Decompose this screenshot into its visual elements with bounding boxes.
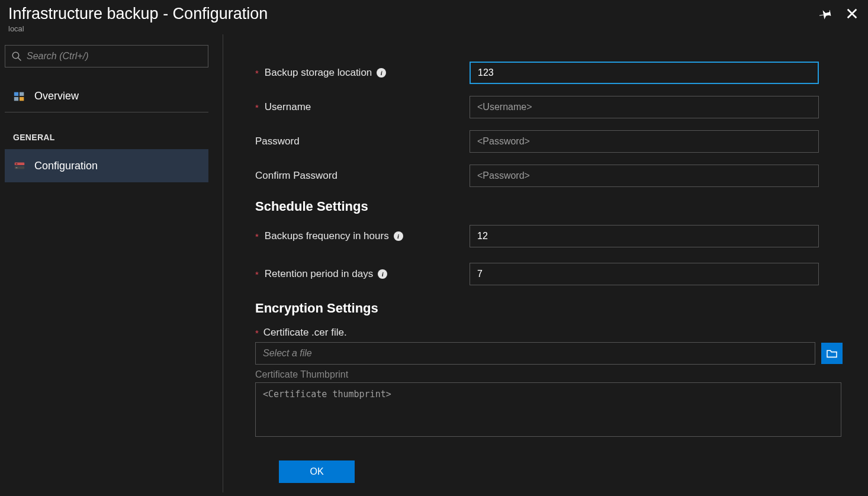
label-password: Password [234,136,470,147]
svg-rect-2 [14,92,18,95]
label-text: Confirm Password [255,170,337,182]
label-text: Username [265,101,311,113]
label-confirm-password: Confirm Password [234,170,470,182]
label-storage-location: * Backup storage location i [234,67,470,79]
input-thumbprint[interactable] [255,382,841,437]
svg-rect-3 [20,92,24,95]
input-storage-location[interactable] [470,62,819,84]
svg-rect-9 [16,168,18,168]
sidebar-section-general: GENERAL [13,133,210,142]
info-icon[interactable]: i [394,231,403,241]
pin-icon [819,7,832,20]
vertical-divider [223,34,223,492]
input-retention[interactable] [470,263,819,285]
row-frequency: * Backups frequency in hours i [234,225,854,247]
ok-button[interactable]: OK [279,460,355,483]
row-confirm-password: Confirm Password [234,165,854,187]
label-text: Backup storage location [265,67,372,79]
search-icon [11,51,22,62]
svg-point-0 [12,52,19,59]
input-password[interactable] [470,130,819,153]
svg-rect-5 [20,96,24,100]
header: Infrastructure backup - Configuration lo… [0,0,868,34]
overview-icon [13,90,26,103]
main-form: * Backup storage location i * Username P… [234,34,868,492]
heading-encryption-settings: Encryption Settings [255,301,854,316]
close-button[interactable] [844,6,860,21]
row-username: * Username [234,96,854,118]
search-input[interactable] [27,51,202,62]
label-certificate: * Certificate .cer file. [255,327,854,339]
close-icon [846,7,859,20]
page-subtitle: local [8,24,860,33]
browse-file-button[interactable] [821,343,843,364]
row-retention: * Retention period in days i [234,263,854,285]
required-marker: * [255,102,259,112]
folder-icon [826,349,838,358]
label-frequency: * Backups frequency in hours i [234,230,470,242]
label-retention: * Retention period in days i [234,268,470,280]
required-marker: * [255,231,259,241]
svg-rect-8 [16,163,18,164]
label-text: Backups frequency in hours [265,230,389,242]
required-marker: * [255,269,259,279]
sidebar: Overview GENERAL Configuration [0,34,210,492]
heading-schedule-settings: Schedule Settings [255,199,854,214]
label-thumbprint: Certificate Thumbprint [255,369,854,380]
sidebar-item-overview[interactable]: Overview [5,80,208,112]
header-actions [818,6,860,21]
configuration-icon [13,159,26,172]
info-icon[interactable]: i [378,269,387,279]
pin-button[interactable] [818,6,834,21]
label-text: Retention period in days [265,268,373,280]
info-icon[interactable]: i [377,68,386,78]
search-box[interactable] [5,45,208,67]
label-username: * Username [234,101,470,113]
input-username[interactable] [470,96,819,118]
label-text: Password [255,136,300,147]
input-frequency[interactable] [470,225,819,247]
label-text: Certificate .cer file. [263,327,347,339]
required-marker: * [255,328,259,338]
required-marker: * [255,68,259,78]
input-certificate-file[interactable] [255,342,815,365]
row-password: Password [234,130,854,153]
row-certificate [255,342,854,365]
sidebar-item-label: Overview [34,90,79,102]
page-title: Infrastructure backup - Configuration [8,5,860,23]
svg-line-1 [18,57,21,60]
sidebar-item-label: Configuration [34,160,98,172]
sidebar-item-configuration[interactable]: Configuration [5,149,208,182]
svg-rect-4 [14,96,18,100]
row-storage-location: * Backup storage location i [234,62,854,84]
input-confirm-password[interactable] [470,165,819,187]
